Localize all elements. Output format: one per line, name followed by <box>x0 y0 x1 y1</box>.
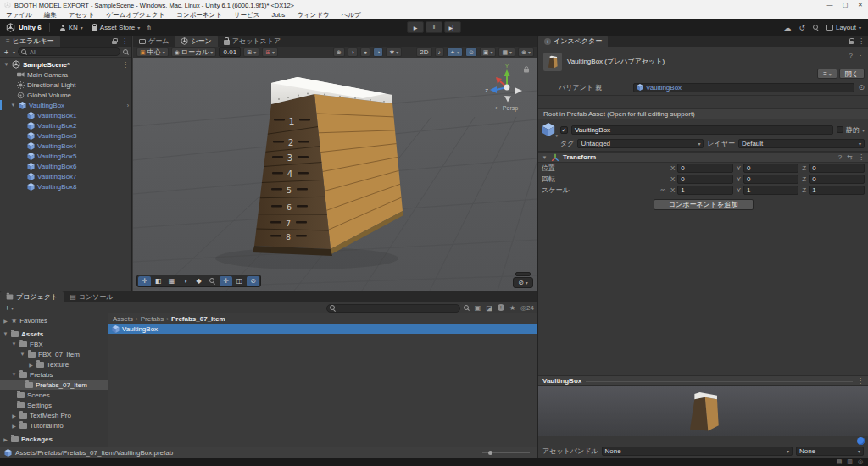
custom-tool-icon[interactable]: ◫ <box>233 276 246 286</box>
tab-hierarchy[interactable]: ≡ ヒエラルキー <box>0 36 60 47</box>
grid-size-input[interactable]: 0.01 <box>219 47 241 57</box>
more-menu-icon[interactable]: ⋮ <box>857 377 864 385</box>
close-icon[interactable]: ✕ <box>853 0 868 10</box>
tree-item-settings[interactable]: Settings <box>0 400 108 410</box>
tree-item-texture[interactable]: Texture <box>0 359 108 369</box>
zoom-tool-icon[interactable] <box>206 276 219 286</box>
assetbundle-variant-dropdown[interactable]: None <box>796 447 864 456</box>
hierarchy-item-vaultingbox6[interactable]: VaultingBox6 <box>0 161 131 171</box>
menu-services[interactable]: サービス <box>228 10 266 19</box>
hierarchy-item-vaultingbox5[interactable]: VaultingBox5 <box>0 151 131 161</box>
search-icon[interactable] <box>813 25 819 31</box>
search-by-label-icon[interactable]: ◪ <box>486 304 492 312</box>
asset-preview[interactable] <box>538 386 868 436</box>
rect-tool-icon[interactable]: ◆ <box>192 276 205 286</box>
layout-dropdown[interactable]: Layout ▾ <box>826 24 861 31</box>
tab-asset-store[interactable]: アセットストア <box>218 36 287 47</box>
linked-scale-icon[interactable]: ∞ <box>660 186 665 194</box>
gameobject-name-field[interactable]: VaultingBox <box>571 125 833 135</box>
add-component-button[interactable]: コンポーネントを追加 <box>654 199 754 210</box>
tag-dropdown[interactable]: Untagged <box>577 139 704 148</box>
2d-toggle[interactable]: 2D <box>416 47 431 57</box>
lighting-toggle-icon[interactable]: ◑ <box>348 47 358 57</box>
audio-toggle-icon[interactable]: ♪ <box>435 47 445 57</box>
play-button[interactable]: ▶ <box>407 21 424 33</box>
camera-settings-dropdown[interactable]: ▣▾ <box>480 47 497 57</box>
more-menu-icon[interactable]: ⋮ <box>121 37 128 45</box>
view-tool-icon[interactable]: ✛ <box>138 276 151 286</box>
tool-handle-pivot-dropdown[interactable]: ▣ 中心▾ <box>136 47 169 57</box>
menu-edit[interactable]: 編集 <box>38 10 63 19</box>
hierarchy-item-global-volume[interactable]: Global Volume <box>0 90 131 100</box>
gameobject-icon[interactable]: ▾ <box>542 123 557 136</box>
scene-effects-dropdown[interactable]: ✦▾ <box>447 47 463 57</box>
breadcrumb-current[interactable]: Prefabs_07_Item <box>171 315 225 323</box>
background-tasks-icon[interactable]: ◎ <box>858 458 863 465</box>
thumbnail-size-slider[interactable] <box>482 452 530 453</box>
tree-item-textmesh-pro[interactable]: TextMesh Pro <box>0 410 108 420</box>
camera-preview-button[interactable]: ⊘▾ <box>513 277 533 288</box>
tool-handle-rotation-dropdown[interactable]: ◉ ローカル▾ <box>171 47 217 57</box>
foldout-icon[interactable] <box>3 62 9 67</box>
gizmo-lock-icon[interactable] <box>524 69 529 73</box>
layer-dropdown[interactable]: Default <box>738 139 865 148</box>
tree-item-prefabs[interactable]: Prefabs <box>0 369 108 380</box>
preview-header[interactable]: VaultingBox ⋮ <box>538 375 868 386</box>
assetbundle-dropdown[interactable]: None <box>602 447 793 456</box>
create-add-button[interactable]: ＋ <box>3 302 11 313</box>
rotation-z-field[interactable]: 0 <box>809 175 865 184</box>
draw-mode-shaded-icon[interactable]: ⊕ <box>333 47 345 57</box>
tree-item-scenes[interactable]: Scenes <box>0 390 108 400</box>
undo-history-icon[interactable]: ↺ <box>798 24 805 32</box>
overlay-drag-handle[interactable] <box>515 272 531 276</box>
tree-item-favorites[interactable]: ★ Favorites <box>0 315 108 325</box>
account-dropdown[interactable]: KN ▾ <box>58 24 86 31</box>
maximize-icon[interactable]: ▢ <box>837 0 853 10</box>
tree-item-tutorialinfo[interactable]: TutorialInfo <box>0 420 108 430</box>
scene-row[interactable]: SampleScene* ⋮ <box>0 59 131 69</box>
more-menu-icon[interactable]: ⋮ <box>858 37 865 45</box>
hierarchy-item-vaultingbox2[interactable]: VaultingBox2 <box>0 120 131 130</box>
more-menu-icon[interactable]: ⋮ <box>858 153 865 161</box>
snap-increment-dropdown[interactable]: ⊞▾ <box>262 47 278 57</box>
tree-item-packages[interactable]: Packages <box>0 434 108 444</box>
scale-x-field[interactable]: 1 <box>677 186 732 195</box>
transform-tool-icon[interactable]: ✛ <box>220 276 232 286</box>
variant-parent-field[interactable]: VaultingBox <box>633 83 854 92</box>
prefab-open-arrow-icon[interactable]: › <box>127 103 131 108</box>
cloud-icon[interactable]: ☁ <box>783 24 791 32</box>
tree-item-prefabs-07-item[interactable]: Prefabs_07_Item <box>0 380 108 390</box>
breadcrumb-assets[interactable]: Assets <box>113 315 133 323</box>
create-add-button[interactable]: ＋ <box>3 47 10 58</box>
menu-help[interactable]: ヘルプ <box>336 10 367 19</box>
tab-console[interactable]: ▤ コンソール <box>64 291 119 302</box>
scale-y-field[interactable]: 1 <box>743 186 798 195</box>
fx-toggle-icon[interactable]: ◔ <box>373 47 383 57</box>
asset-labels-icon[interactable] <box>857 437 865 445</box>
gizmo-tool-icon[interactable]: ⊘ <box>247 276 259 286</box>
asset-store-dropdown[interactable]: Asset Store ▾ <box>89 24 142 31</box>
rotate-tool-icon[interactable]: ▦ <box>165 276 178 286</box>
grid-snap-dropdown[interactable]: ⊞▾ <box>243 47 259 57</box>
tree-item-fbx-07-item[interactable]: FBX_07_Item <box>0 349 108 359</box>
position-y-field[interactable]: 0 <box>743 164 798 173</box>
step-button[interactable]: ▶▏ <box>444 21 461 33</box>
lock-icon[interactable] <box>112 38 117 45</box>
version-control-icon[interactable]: ⋔ <box>146 24 152 31</box>
presets-icon[interactable]: ⇆ <box>847 153 853 161</box>
menu-assets[interactable]: アセット <box>63 10 101 19</box>
menu-file[interactable]: ファイル <box>0 10 38 19</box>
grid-visual-dropdown[interactable]: ▦▾ <box>498 47 515 57</box>
breadcrumb-prefabs[interactable]: Prefabs <box>141 315 164 323</box>
collab-status-icon[interactable]: ▥ <box>847 458 853 465</box>
help-icon[interactable]: ? <box>849 52 853 59</box>
search-by-type-icon[interactable] <box>464 305 470 311</box>
position-z-field[interactable]: 0 <box>809 164 865 173</box>
hierarchy-item-vaultingbox7[interactable]: VaultingBox7 <box>0 171 131 181</box>
hierarchy-item-vaultingbox8[interactable]: VaultingBox8 <box>0 181 131 191</box>
active-checkbox[interactable]: ✓ <box>560 126 568 134</box>
hierarchy-item-vaultingbox[interactable]: VaultingBox › <box>0 100 131 110</box>
project-search-input[interactable] <box>326 304 460 313</box>
hierarchy-item-directional-light[interactable]: Directional Light <box>0 80 131 90</box>
minimize-icon[interactable]: — <box>822 0 837 10</box>
